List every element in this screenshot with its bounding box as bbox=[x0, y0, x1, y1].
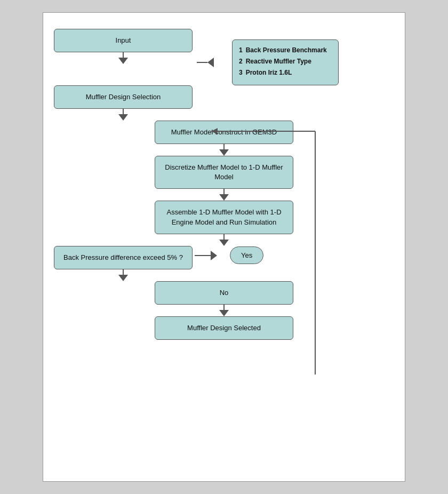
muffler-design-selected-label: Muffler Design Selected bbox=[187, 324, 261, 332]
muffler-design-selection-box: Muffler Design Selection bbox=[54, 85, 193, 109]
info-num-3: 3 bbox=[239, 68, 243, 78]
arrow-head-2 bbox=[118, 114, 128, 121]
info-item-3: 3 Proton Iriz 1.6L bbox=[239, 68, 332, 78]
arrow-right-head bbox=[211, 251, 217, 260]
muffler-design-selection-label: Muffler Design Selection bbox=[86, 93, 161, 101]
arrow-left-head-input bbox=[207, 58, 214, 67]
info-text-1: Back Pressure Benchmark bbox=[246, 45, 327, 55]
input-box: Input bbox=[54, 29, 193, 52]
arrow-head-3 bbox=[219, 149, 229, 156]
arrow-head-7 bbox=[219, 310, 229, 316]
info-item-2: 2 Reactive Muffler Type bbox=[239, 57, 332, 67]
input-connector: Input bbox=[54, 29, 193, 64]
info-box: 1 Back Pressure Benchmark 2 Reactive Muf… bbox=[232, 39, 339, 85]
input-label: Input bbox=[116, 36, 131, 44]
arrow-head-4 bbox=[219, 194, 229, 201]
discretize-label: Discretize Muffler Model to 1-D Muffler … bbox=[165, 163, 283, 181]
back-pressure-box: Back Pressure difference exceed 5% ? bbox=[54, 246, 193, 269]
arrow-shaft-7 bbox=[223, 305, 225, 310]
back-pressure-label: Back Pressure difference exceed 5% ? bbox=[63, 253, 183, 261]
diagram-container: Input 1 Back Pressure Benchmark bbox=[43, 12, 405, 482]
gem3d-box: Muffler Model construct in GEM3D bbox=[155, 121, 293, 144]
no-row: No bbox=[155, 281, 293, 316]
assemble-box: Assemble 1-D Muffler Model with 1-D Engi… bbox=[155, 201, 293, 234]
discretize-row: Discretize Muffler Model to 1-D Muffler … bbox=[155, 156, 293, 201]
arrow-head-1 bbox=[118, 58, 128, 64]
muffler-design-row: Muffler Design Selection bbox=[54, 85, 394, 121]
info-item-1: 1 Back Pressure Benchmark bbox=[239, 45, 332, 55]
yes-box: Yes bbox=[230, 246, 263, 264]
arrow-shaft-1 bbox=[123, 52, 124, 58]
back-pressure-connector: Back Pressure difference exceed 5% ? bbox=[54, 246, 193, 281]
full-layout: Input 1 Back Pressure Benchmark bbox=[54, 29, 394, 340]
info-text-2: Reactive Muffler Type bbox=[246, 57, 311, 67]
gem3d-row: Muffler Model construct in GEM3D bbox=[155, 121, 293, 156]
discretize-box: Discretize Muffler Model to 1-D Muffler … bbox=[155, 156, 293, 189]
arrow-right-yes bbox=[195, 251, 217, 260]
assemble-label: Assemble 1-D Muffler Model with 1-D Engi… bbox=[166, 208, 281, 226]
final-row: Muffler Design Selected bbox=[155, 316, 293, 340]
back-pressure-row: Back Pressure difference exceed 5% ? Yes bbox=[54, 246, 394, 281]
info-arrow-row: 1 Back Pressure Benchmark 2 Reactive Muf… bbox=[195, 39, 339, 85]
yes-label: Yes bbox=[241, 251, 252, 259]
top-row: Input 1 Back Pressure Benchmark bbox=[54, 29, 394, 85]
no-label: No bbox=[220, 289, 229, 297]
arrow-head-6 bbox=[118, 275, 128, 281]
muffler-design-selected-box: Muffler Design Selected bbox=[155, 316, 293, 340]
info-num-1: 1 bbox=[239, 45, 243, 55]
info-num-2: 2 bbox=[239, 57, 243, 67]
info-text-3: Proton Iriz 1.6L bbox=[246, 68, 292, 78]
arrow-head-5 bbox=[219, 240, 229, 246]
arrow-shaft-6 bbox=[123, 269, 124, 275]
muffler-design-connector: Muffler Design Selection bbox=[54, 85, 193, 121]
arrow-right-shaft bbox=[195, 255, 211, 256]
gem3d-label: Muffler Model construct in GEM3D bbox=[171, 128, 277, 136]
assemble-row: Assemble 1-D Muffler Model with 1-D Engi… bbox=[155, 201, 293, 245]
arrow-left-input bbox=[197, 58, 214, 67]
arrow-shaft-5 bbox=[223, 234, 225, 240]
arrow-left-shaft-input bbox=[197, 62, 207, 63]
no-box: No bbox=[155, 281, 293, 305]
arrow-shaft-2 bbox=[123, 109, 124, 114]
arrow-shaft-3 bbox=[223, 144, 225, 149]
arrow-shaft-4 bbox=[223, 189, 225, 194]
